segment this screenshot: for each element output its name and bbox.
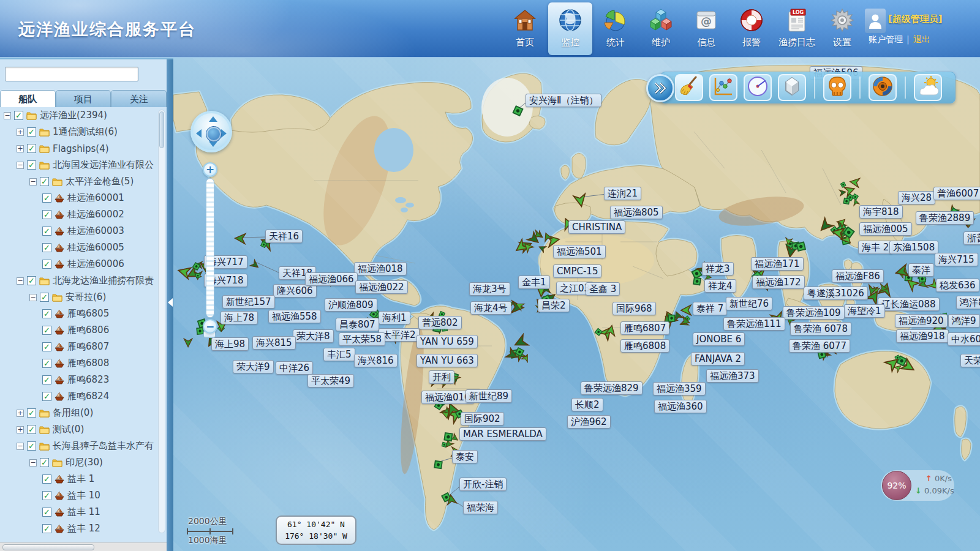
vessel-label[interactable]: 鸿洋88: [956, 296, 980, 309]
vessel-label[interactable]: 新世纪76: [726, 297, 772, 310]
tree-checkbox[interactable]: ✓: [27, 441, 36, 451]
vessel-label[interactable]: 海兴28: [898, 191, 935, 204]
nav-item-5[interactable]: @信息: [684, 2, 728, 55]
vessel-label[interactable]: 丰汇5: [323, 348, 355, 361]
tree-folder-row[interactable]: −✓北海龙达渔业捕捞有限责: [0, 272, 158, 289]
vessel-label[interactable]: 海龙4号: [470, 301, 511, 315]
expand-node-icon[interactable]: +: [17, 426, 24, 433]
tree-checkbox[interactable]: ✓: [42, 342, 51, 351]
tree-vessel-row[interactable]: ✓雁鸣6805: [0, 305, 158, 322]
vessel-label[interactable]: 海龙3号: [469, 282, 510, 296]
expand-node-icon[interactable]: +: [17, 145, 24, 152]
vessel-label[interactable]: 鸿洋9: [948, 314, 980, 328]
tree-vessel-row[interactable]: ✓桂远渔60003: [0, 223, 158, 239]
collapse-node-icon[interactable]: −: [17, 277, 24, 285]
vessel-label[interactable]: 昌泰807: [336, 318, 379, 331]
toolbar-button-weather[interactable]: [914, 74, 942, 101]
zoom-slider-track[interactable]: [206, 178, 214, 318]
tree-checkbox[interactable]: ✓: [27, 276, 36, 285]
vessel-label[interactable]: 平太荣49: [307, 374, 354, 388]
vessel-label[interactable]: 祥龙4: [704, 279, 736, 293]
vessel-label[interactable]: 中水608: [948, 332, 980, 346]
tree-folder-row[interactable]: −✓远洋渔业(2394): [0, 107, 158, 124]
vessel-label[interactable]: 稳发636: [936, 279, 979, 292]
vessel-label[interactable]: 海宇818: [859, 205, 903, 219]
vessel-label[interactable]: 福远渔F86: [832, 269, 884, 283]
vessel-label[interactable]: 泰安: [452, 450, 478, 463]
scrollbar-thumb[interactable]: [2, 544, 94, 550]
tree-checkbox[interactable]: ✓: [42, 375, 51, 384]
tree-vessel-row[interactable]: ✓益丰 1: [0, 471, 158, 487]
vessel-label[interactable]: 福荣海: [463, 501, 498, 514]
tree-checkbox[interactable]: ✓: [40, 458, 49, 467]
toolbar-expand-button[interactable]: [646, 74, 674, 102]
tree-checkbox[interactable]: ✓: [27, 425, 36, 434]
tree-folder-row[interactable]: −✓安哥拉(6): [0, 289, 158, 305]
tree-checkbox[interactable]: ✓: [40, 177, 49, 186]
tree-checkbox[interactable]: ✓: [42, 227, 51, 236]
vessel-label[interactable]: 天荣: [960, 354, 980, 367]
tree-vessel-row[interactable]: ✓雁鸣6824: [0, 388, 158, 405]
vessel-label[interactable]: 中洋26: [276, 361, 313, 375]
vessel-label[interactable]: 开利: [429, 370, 454, 384]
vessel-label[interactable]: 福远渔558: [268, 310, 321, 323]
tree-checkbox[interactable]: ✓: [42, 210, 51, 219]
vessel-marker-icon[interactable]: [594, 326, 606, 337]
vessel-label[interactable]: 海望冷1: [844, 304, 885, 318]
tree-vessel-row[interactable]: ✓桂远渔60006: [0, 256, 158, 272]
tree-checkbox[interactable]: ✓: [42, 326, 51, 335]
vessel-label[interactable]: 鲁荣远渔109: [783, 306, 845, 320]
vessel-label[interactable]: 金丰1: [518, 276, 550, 289]
tree-vessel-row[interactable]: ✓桂远渔60005: [0, 239, 158, 256]
tree-vessel-row[interactable]: ✓桂远渔60002: [0, 206, 158, 223]
vessel-marker-icon[interactable]: [837, 224, 856, 241]
vessel-label[interactable]: 天祥16: [265, 230, 303, 243]
vessel-marker-icon[interactable]: [233, 231, 248, 249]
tree-checkbox[interactable]: ✓: [42, 524, 51, 533]
vessel-label[interactable]: 辽长渔运088: [878, 298, 940, 311]
vessel-label[interactable]: 普远802: [418, 316, 462, 329]
vessel-label[interactable]: YAN YU 659: [417, 335, 478, 348]
vessel-label[interactable]: 荣大洋8: [293, 329, 334, 343]
vessel-label[interactable]: 长顺2: [571, 398, 603, 411]
map-canvas[interactable]: 福远渔596安兴海Ⅱ（注销）连润21福远渔805CHRISTINA天祥16福远渔…: [173, 58, 980, 551]
pan-right-arrow-icon[interactable]: [221, 129, 227, 138]
tree-checkbox[interactable]: ✓: [27, 408, 36, 418]
vessel-label[interactable]: 福远渔920: [895, 314, 948, 328]
tree-checkbox[interactable]: ✓: [27, 127, 36, 137]
tree-folder-row[interactable]: −✓长海县獐子岛益丰水产有: [0, 438, 158, 454]
nav-item-3[interactable]: 统计: [594, 2, 638, 55]
tree-folder-row[interactable]: +✓测试(0): [0, 421, 158, 438]
vessel-label[interactable]: 鲁荣渔 6077: [789, 339, 850, 353]
toolbar-button-chart[interactable]: [709, 74, 737, 101]
tree-checkbox[interactable]: ✓: [42, 260, 51, 269]
vessel-label[interactable]: 福远渔359: [653, 382, 706, 395]
tree-checkbox[interactable]: ✓: [27, 144, 36, 153]
scrollbar-thumb[interactable]: [159, 111, 164, 148]
tree-vessel-row[interactable]: ✓桂远渔60001: [0, 190, 158, 206]
tree-folder-row[interactable]: +✓Flagships(4): [0, 140, 158, 157]
pan-down-arrow-icon[interactable]: [209, 141, 217, 147]
zoom-out-button[interactable]: −: [203, 319, 217, 334]
toolbar-button-ring[interactable]: [869, 74, 897, 101]
vessel-label[interactable]: 平太荣58: [339, 332, 385, 346]
vessel-label[interactable]: 泰祥 7: [693, 302, 727, 315]
tree-checkbox[interactable]: ✓: [14, 111, 23, 120]
vessel-label[interactable]: 昌荣2: [538, 299, 570, 312]
toolbar-button-skull[interactable]: [823, 74, 851, 101]
vessel-label[interactable]: 海利1: [379, 311, 410, 324]
vessel-label[interactable]: 隆兴606: [273, 284, 317, 298]
tree-checkbox[interactable]: ✓: [42, 309, 51, 318]
map-pan-control[interactable]: [190, 111, 232, 152]
vessel-label[interactable]: FANJAVA 2: [691, 352, 745, 365]
tree-checkbox[interactable]: ✓: [42, 508, 51, 517]
vessel-label[interactable]: 新世纪89: [466, 389, 512, 403]
collapse-node-icon[interactable]: −: [29, 178, 37, 186]
vessel-label[interactable]: 海上78: [221, 311, 258, 324]
vessel-label[interactable]: 荣大洋9: [233, 360, 274, 373]
vessel-label[interactable]: 福远渔172: [752, 276, 805, 289]
pan-center-globe-icon[interactable]: [206, 126, 222, 142]
vessel-label[interactable]: 普渔6007: [933, 187, 980, 200]
nav-item-6[interactable]: 报警: [729, 2, 774, 55]
tree-checkbox[interactable]: ✓: [42, 359, 51, 368]
